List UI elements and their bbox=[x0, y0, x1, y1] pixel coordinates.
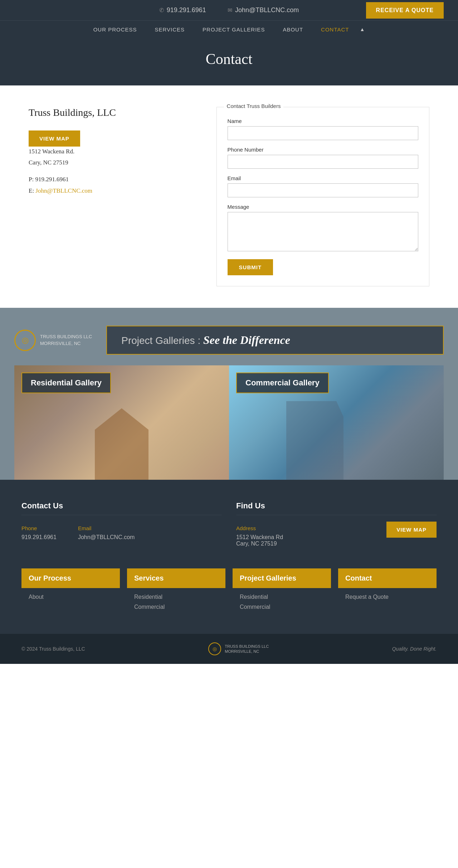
email-field-label: Email bbox=[228, 175, 418, 181]
submit-button[interactable]: SUBMIT bbox=[228, 259, 273, 275]
email-block: E: John@TBLLCNC.com bbox=[29, 186, 188, 196]
footer-view-map-button[interactable]: VIEW MAP bbox=[386, 522, 437, 538]
footer-top: Contact Us Phone 919.291.6961 Email John… bbox=[21, 501, 437, 547]
footer-email-col: Email John@TBLLCNC.com bbox=[78, 525, 135, 541]
phone-label: P: bbox=[29, 176, 34, 183]
footer-nav-col-contact: Contact Request a Quote bbox=[338, 568, 437, 620]
nav-contact[interactable]: CONTACT bbox=[321, 26, 349, 33]
residential-gallery-label[interactable]: Residential Gallery bbox=[21, 373, 111, 393]
footer-nav-commercial-gallery[interactable]: Commercial bbox=[240, 604, 324, 610]
top-bar-phone: ✆ 919.291.6961 bbox=[159, 6, 206, 14]
message-input[interactable] bbox=[228, 212, 418, 251]
logo-text: TRUSS BUILDINGS LLC MORRISVILLE, NC bbox=[40, 334, 92, 346]
residential-gallery-image[interactable]: Residential Gallery bbox=[14, 365, 229, 480]
footer-logo-line1: TRUSS BUILDINGS LLC bbox=[225, 644, 269, 648]
footer-nav-col-services: Services Residential Commercial bbox=[127, 568, 225, 620]
footer-nav-items-contact: Request a Quote bbox=[338, 588, 437, 610]
phone-field-label: Phone Number bbox=[228, 147, 418, 153]
email-label: E: bbox=[29, 187, 34, 194]
message-label: Message bbox=[228, 204, 418, 210]
nav-about[interactable]: ABOUT bbox=[283, 26, 303, 33]
footer-phone-col: Phone 919.291.6961 bbox=[21, 525, 57, 541]
email-icon: ✉ bbox=[228, 7, 232, 14]
email-input[interactable] bbox=[228, 183, 418, 197]
footer-nav-col-process: Our Process About bbox=[21, 568, 120, 620]
commercial-gallery-label[interactable]: Commercial Gallery bbox=[236, 373, 329, 393]
footer-nav-residential-services[interactable]: Residential bbox=[134, 594, 218, 600]
footer-nav-request-quote[interactable]: Request a Quote bbox=[345, 594, 429, 600]
phone-field-group: Phone Number bbox=[228, 147, 418, 169]
gallery-section: ◎ TRUSS BUILDINGS LLC MORRISVILLE, NC Pr… bbox=[0, 308, 458, 480]
company-name: Truss Buildings, LLC bbox=[29, 107, 188, 118]
top-bar-phone-value: 919.291.6961 bbox=[167, 6, 206, 14]
footer-email-label: Email bbox=[78, 525, 135, 531]
footer-tagline: Quality. Done Right. bbox=[392, 646, 437, 652]
footer-logo-circle-icon: ◎ bbox=[208, 642, 221, 655]
footer-nav-galleries[interactable]: Project Galleries bbox=[233, 568, 331, 588]
footer-contact-col: Contact Us Phone 919.291.6961 Email John… bbox=[21, 501, 222, 547]
copyright: © 2024 Truss Buildings, LLC bbox=[21, 646, 85, 652]
address-line1: 1512 Wackena Rd. bbox=[29, 147, 188, 156]
nav-our-process[interactable]: OUR PROCESS bbox=[93, 26, 137, 33]
logo-line2: MORRISVILLE, NC bbox=[40, 341, 81, 346]
name-label: Name bbox=[228, 118, 418, 124]
top-bar-email: ✉ John@TBLLCNC.com bbox=[228, 6, 299, 14]
footer-phone-value: 919.291.6961 bbox=[21, 534, 57, 541]
footer-nav-residential-gallery[interactable]: Residential bbox=[240, 594, 324, 600]
footer-nav-col-galleries: Project Galleries Residential Commercial bbox=[233, 568, 331, 620]
phone-value: 919.291.6961 bbox=[35, 176, 69, 183]
footer-nav-services[interactable]: Services bbox=[127, 568, 225, 588]
footer-logo-line2: MORRISVILLE, NC bbox=[225, 649, 259, 654]
footer-logo-small: ◎ TRUSS BUILDINGS LLC MORRISVILLE, NC bbox=[208, 642, 269, 655]
nav-dropdown-arrow: ▲ bbox=[360, 27, 365, 33]
footer-nav-items-galleries: Residential Commercial bbox=[233, 588, 331, 620]
phone-email-block: P: 919.291.6961 E: John@TBLLCNC.com bbox=[29, 174, 188, 195]
footer-nav-commercial-services[interactable]: Commercial bbox=[134, 604, 218, 610]
gallery-title-prefix: Project Galleries : bbox=[121, 335, 203, 346]
footer-logo-text: TRUSS BUILDINGS LLC MORRISVILLE, NC bbox=[225, 644, 269, 654]
nav-services[interactable]: SERVICES bbox=[155, 26, 185, 33]
footer-email-value: John@TBLLCNC.com bbox=[78, 534, 135, 541]
name-field-group: Name bbox=[228, 118, 418, 140]
footer-nav-items-process: About bbox=[21, 588, 120, 610]
footer-contact-title: Contact Us bbox=[21, 501, 222, 515]
footer-nav-contact[interactable]: Contact bbox=[338, 568, 437, 588]
footer-nav-our-process[interactable]: Our Process bbox=[21, 568, 120, 588]
gallery-title-banner: Project Galleries : See the Difference bbox=[106, 326, 444, 355]
contact-section: Truss Buildings, LLC VIEW MAP 1512 Wacke… bbox=[0, 85, 458, 308]
address-line2: Cary, NC 27519 bbox=[29, 158, 188, 167]
footer-find-col: Find Us VIEW MAP Address 1512 Wackena Rd… bbox=[236, 501, 437, 547]
form-legend: Contact Truss Builders bbox=[224, 103, 284, 109]
footer-bottom: © 2024 Truss Buildings, LLC ◎ TRUSS BUIL… bbox=[0, 634, 458, 664]
footer-nav-items-services: Residential Commercial bbox=[127, 588, 225, 620]
phone-input[interactable] bbox=[228, 155, 418, 169]
receive-quote-button[interactable]: RECEIVE A QUOTE bbox=[366, 2, 444, 19]
phone-icon: ✆ bbox=[159, 7, 164, 14]
contact-form-wrapper: Contact Truss Builders Name Phone Number… bbox=[216, 107, 429, 286]
phone-block: P: 919.291.6961 bbox=[29, 174, 188, 184]
name-input[interactable] bbox=[228, 126, 418, 140]
main-nav: OUR PROCESS SERVICES PROJECT GALLERIES A… bbox=[0, 20, 458, 36]
contact-info: Truss Buildings, LLC VIEW MAP 1512 Wacke… bbox=[29, 107, 188, 286]
footer-nav: Our Process About Services Residential C… bbox=[21, 568, 437, 620]
page-title: Contact bbox=[0, 50, 458, 68]
nav-project-galleries[interactable]: PROJECT GALLERIES bbox=[203, 26, 265, 33]
footer: Contact Us Phone 919.291.6961 Email John… bbox=[0, 480, 458, 634]
gallery-header: ◎ TRUSS BUILDINGS LLC MORRISVILLE, NC Pr… bbox=[14, 326, 444, 355]
footer-contact-grid: Phone 919.291.6961 Email John@TBLLCNC.co… bbox=[21, 525, 222, 541]
gallery-title-emphasis: See the Difference bbox=[203, 334, 290, 346]
footer-find-title: Find Us bbox=[236, 501, 437, 515]
logo-circle-icon: ◎ bbox=[14, 330, 36, 351]
hero-section: Contact bbox=[0, 36, 458, 85]
gallery-images: Residential Gallery Commercial Gallery bbox=[14, 365, 444, 480]
email-link[interactable]: John@TBLLCNC.com bbox=[35, 187, 92, 194]
logo-line1: TRUSS BUILDINGS LLC bbox=[40, 334, 92, 339]
gallery-logo: ◎ TRUSS BUILDINGS LLC MORRISVILLE, NC bbox=[14, 330, 92, 351]
view-map-button[interactable]: VIEW MAP bbox=[29, 130, 80, 147]
top-bar-email-value: John@TBLLCNC.com bbox=[235, 6, 299, 14]
footer-nav-about-link[interactable]: About bbox=[29, 594, 113, 600]
message-field-group: Message bbox=[228, 204, 418, 253]
email-field-group: Email bbox=[228, 175, 418, 197]
top-bar: ✆ 919.291.6961 ✉ John@TBLLCNC.com RECEIV… bbox=[0, 0, 458, 20]
commercial-gallery-image[interactable]: Commercial Gallery bbox=[229, 365, 444, 480]
